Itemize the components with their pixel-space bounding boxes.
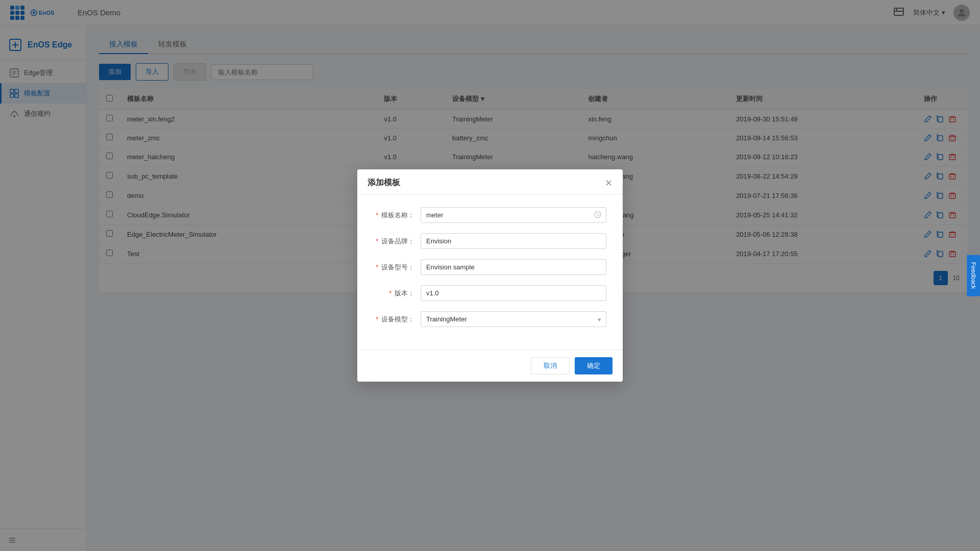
modal-close-button[interactable]: ✕ [605,179,612,188]
form-row-device-brand: * 设备品牌： [374,233,606,249]
template-name-input-wrapper: ✎ [421,207,606,223]
modal-body: * 模板名称： ✎ * 设备品牌： [357,195,623,349]
feedback-tab[interactable]: Feedback [967,255,980,296]
add-template-modal: 添加模板 ✕ * 模板名称： ✎ [357,169,623,382]
modal-title: 添加模板 [368,178,400,188]
modal-footer: 取消 确定 [357,349,623,382]
form-row-version: * 版本： [374,285,606,301]
template-name-label: * 模板名称： [374,211,414,220]
template-name-edit-icon[interactable]: ✎ [594,211,601,219]
device-model-select-wrapper: TrainingMeterbattery_zmc计算机demo_model智能灯… [421,311,606,327]
template-name-input[interactable] [421,207,606,223]
form-row-template-name: * 模板名称： ✎ [374,207,606,223]
device-model-select[interactable]: TrainingMeterbattery_zmc计算机demo_model智能灯… [421,311,606,327]
version-label: * 版本： [374,289,414,298]
device-brand-label: * 设备品牌： [374,237,414,246]
modal-overlay[interactable]: 添加模板 ✕ * 模板名称： ✎ [0,0,980,551]
device-brand-input[interactable] [421,233,606,249]
form-row-device-model: * 设备模型： TrainingMeterbattery_zmc计算机demo_… [374,311,606,327]
confirm-button[interactable]: 确定 [575,357,612,374]
cancel-button[interactable]: 取消 [531,357,570,374]
version-input[interactable] [421,285,606,301]
device-model-no-input[interactable] [421,259,606,275]
svg-text:✎: ✎ [597,212,600,217]
device-model-label: * 设备模型： [374,315,414,324]
modal-header: 添加模板 ✕ [357,169,623,195]
form-row-device-model-no: * 设备型号： [374,259,606,275]
device-model-no-label: * 设备型号： [374,263,414,272]
